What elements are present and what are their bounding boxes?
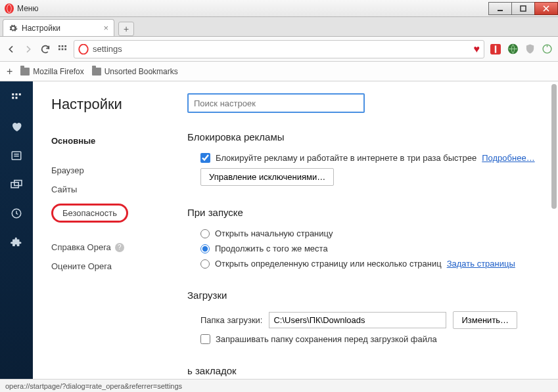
bookmark-folder[interactable]: Mozilla Firefox <box>20 67 83 76</box>
settings-search-input[interactable] <box>187 93 365 113</box>
adblock-checkbox[interactable] <box>200 153 210 163</box>
heart-icon[interactable]: ♥ <box>474 43 480 55</box>
sidebar-item-browser[interactable]: Браузер <box>51 161 169 180</box>
folder-icon <box>92 68 101 76</box>
svg-rect-21 <box>12 97 14 99</box>
svg-rect-15 <box>495 45 496 53</box>
section-bookmarks-heading: ь закладок <box>187 365 542 376</box>
window-controls <box>489 2 558 15</box>
highlight-annotation: Безопасность <box>51 204 128 223</box>
new-tab-button[interactable]: + <box>118 22 134 36</box>
content-scrollbar[interactable] <box>551 84 557 376</box>
maximize-button[interactable] <box>511 2 535 15</box>
opera-turbo-icon[interactable] <box>541 43 553 55</box>
reload-button[interactable] <box>39 43 51 55</box>
rail-history-icon[interactable] <box>9 206 24 221</box>
rail-bookmarks-icon[interactable] <box>9 120 24 134</box>
rail-extensions-icon[interactable] <box>9 235 24 250</box>
svg-rect-10 <box>58 48 60 50</box>
rail-speed-dial-icon[interactable] <box>9 91 24 105</box>
adblock-checkbox-label: Блокируйте рекламу и работайте в интерне… <box>216 153 477 163</box>
svg-rect-9 <box>64 45 66 47</box>
menu-label[interactable]: Меню <box>17 4 38 13</box>
svg-rect-27 <box>14 181 22 186</box>
adblock-enable-row: Блокируйте рекламу и работайте в интерне… <box>187 150 542 165</box>
svg-rect-7 <box>58 45 60 47</box>
gear-icon <box>9 24 18 33</box>
settings-title: Настройки <box>51 96 169 113</box>
startup-set-pages-link[interactable]: Задать страницы <box>447 259 515 269</box>
svg-rect-18 <box>12 93 14 95</box>
minimize-button[interactable] <box>488 2 512 15</box>
side-rail <box>0 81 33 379</box>
download-ask-checkbox[interactable] <box>200 334 210 344</box>
tab-settings[interactable]: Настройки × <box>3 19 114 36</box>
bookmark-folder[interactable]: Unsorted Bookmarks <box>92 67 178 76</box>
rail-news-icon[interactable] <box>9 148 24 163</box>
svg-line-6 <box>544 6 549 11</box>
startup-radio-continue[interactable] <box>200 244 210 253</box>
address-bar[interactable]: ♥ <box>74 40 484 58</box>
adblock-ext-icon[interactable] <box>490 43 501 55</box>
help-icon: ? <box>115 243 124 252</box>
close-button[interactable] <box>534 2 558 15</box>
tab-strip: Настройки × + <box>0 17 558 37</box>
status-bar: opera://startpage/?dialog=rate_opera&ref… <box>0 379 558 392</box>
sidebar-item-security[interactable]: Безопасность <box>51 199 169 227</box>
speed-dial-button[interactable] <box>57 43 68 55</box>
sidebar-item-rate[interactable]: Оцените Opera <box>51 257 169 276</box>
settings-content: Блокировка рекламы Блокируйте рекламу и … <box>181 81 558 379</box>
back-button[interactable] <box>5 43 17 55</box>
settings-sidebar: Настройки Основные Браузер Сайты Безопас… <box>33 81 181 379</box>
download-change-button[interactable]: Изменить… <box>453 311 517 329</box>
download-folder-label: Папка загрузки: <box>200 315 262 325</box>
opera-logo-icon <box>4 3 14 14</box>
svg-rect-20 <box>19 93 21 95</box>
svg-rect-8 <box>62 45 64 47</box>
url-input[interactable] <box>93 44 470 54</box>
section-adblock-heading: Блокировка рекламы <box>187 131 542 142</box>
svg-rect-12 <box>64 48 66 50</box>
shield-ext-icon[interactable] <box>524 43 536 55</box>
startup-radio-specific[interactable] <box>200 259 210 269</box>
section-downloads-heading: Загрузки <box>187 290 542 301</box>
svg-rect-19 <box>16 93 18 95</box>
download-folder-input[interactable] <box>269 312 446 328</box>
svg-rect-11 <box>62 48 64 50</box>
navigation-toolbar: ♥ <box>0 37 558 62</box>
window-titlebar: Меню <box>0 0 558 17</box>
download-ask-label: Запрашивать папку сохранения перед загру… <box>216 334 437 344</box>
vpn-ext-icon[interactable] <box>507 43 519 55</box>
section-startup-heading: При запуске <box>187 207 542 218</box>
rail-tabs-icon[interactable] <box>9 177 24 192</box>
svg-rect-4 <box>521 6 526 11</box>
forward-button[interactable] <box>22 43 34 55</box>
bookmarks-bar: + Mozilla Firefox Unsorted Bookmarks <box>0 62 558 81</box>
svg-point-2 <box>7 5 11 12</box>
svg-rect-22 <box>16 97 18 99</box>
sidebar-item-main[interactable]: Основные <box>51 131 169 150</box>
folder-icon <box>20 68 30 76</box>
svg-point-13 <box>79 44 87 54</box>
tab-close-icon[interactable]: × <box>103 24 108 32</box>
add-bookmark-button[interactable]: + <box>7 66 12 77</box>
svg-line-5 <box>544 6 549 11</box>
startup-radio-start-page[interactable] <box>200 229 210 238</box>
sidebar-item-sites[interactable]: Сайты <box>51 180 169 199</box>
opera-o-icon <box>78 44 89 54</box>
adblock-exceptions-button[interactable]: Управление исключениями… <box>200 168 334 186</box>
status-text: opera://startpage/?dialog=rate_opera&ref… <box>5 382 182 390</box>
sidebar-item-help[interactable]: Справка Opera? <box>51 238 169 257</box>
tab-label: Настройки <box>22 24 60 33</box>
adblock-more-link[interactable]: Подробнее… <box>482 153 534 163</box>
